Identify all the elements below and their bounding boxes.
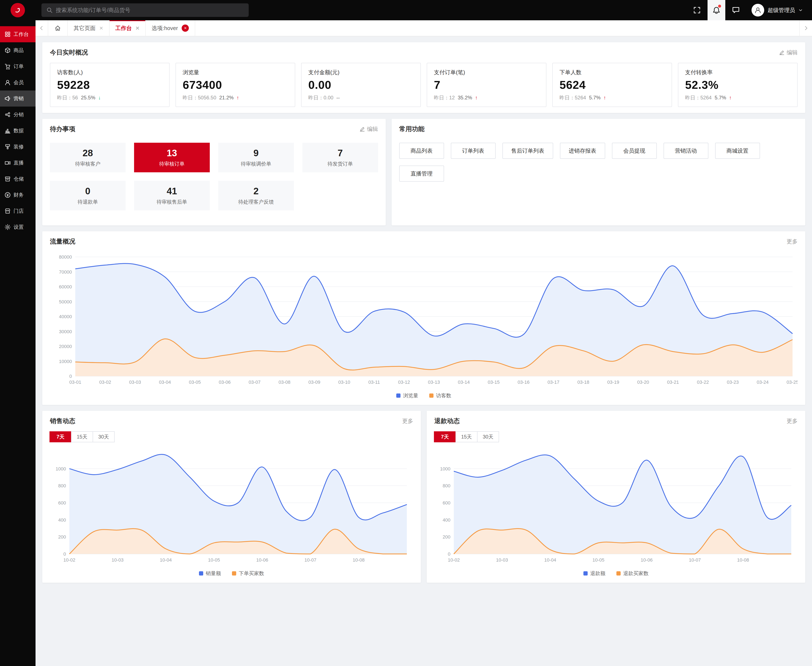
- sidebar-item-orders[interactable]: 订单: [0, 58, 36, 74]
- refund-range-tab[interactable]: 15天: [456, 431, 477, 442]
- trend-up-icon: ↑: [475, 95, 478, 101]
- quick-link[interactable]: 售后订单列表: [502, 143, 553, 159]
- search-input[interactable]: [56, 7, 244, 13]
- quick-link[interactable]: 营销活动: [663, 143, 708, 159]
- tab-close-icon[interactable]: ×: [182, 25, 189, 32]
- svg-text:03-14: 03-14: [458, 379, 470, 385]
- todo-item[interactable]: 28待审核客户: [50, 143, 125, 172]
- sidebar-item-marketing[interactable]: 营销: [0, 91, 36, 107]
- stat-yesterday: 昨日：5056.5021.2%↑: [183, 94, 288, 101]
- home-tab[interactable]: [48, 20, 68, 36]
- legend-label: 退款买家数: [623, 570, 649, 577]
- overview-edit-button[interactable]: 编辑: [779, 49, 798, 56]
- svg-text:10-04: 10-04: [544, 557, 556, 563]
- tab-label: 其它页面: [74, 25, 96, 32]
- quick-link[interactable]: 直播管理: [399, 166, 444, 181]
- app-logo[interactable]: [0, 3, 36, 17]
- stat-yesterday-value: 昨日：0.00: [308, 94, 333, 101]
- sidebar-item-warehouse[interactable]: 仓储: [0, 171, 36, 187]
- traffic-more-link[interactable]: 更多: [787, 238, 798, 245]
- legend-item[interactable]: 退款买家数: [616, 570, 649, 577]
- todo-item[interactable]: 41待审核售后单: [134, 181, 210, 210]
- stat-delta: 21.2%: [219, 95, 234, 101]
- legend-label: 下单买家数: [239, 570, 264, 577]
- tab-close-icon[interactable]: ×: [136, 25, 140, 31]
- sidebar-item-workbench[interactable]: 工作台: [0, 26, 36, 42]
- stat-card[interactable]: 浏览量673400昨日：5056.5021.2%↑: [175, 63, 295, 107]
- sidebar-item-members[interactable]: 会员: [0, 74, 36, 91]
- sales-range-tab[interactable]: 30天: [92, 431, 115, 442]
- quick-link[interactable]: 会员提现: [612, 143, 657, 159]
- tabs-scroll-left-button[interactable]: [36, 20, 48, 36]
- sales-more-link[interactable]: 更多: [402, 417, 413, 425]
- stat-card[interactable]: 支付订单(笔)7昨日：1235.2%↑: [427, 63, 546, 107]
- svg-text:0: 0: [63, 551, 66, 557]
- sidebar-item-data[interactable]: 数据: [0, 123, 36, 139]
- sidebar-item-decoration[interactable]: 装修: [0, 139, 36, 155]
- quick-actions-card: 常用功能 商品列表订单列表售后订单列表进销存报表会员提现营销活动商城设置直播管理: [392, 119, 805, 225]
- legend-item[interactable]: 下单买家数: [232, 570, 264, 577]
- todo-item[interactable]: 0待退款单: [50, 181, 125, 210]
- sidebar-item-label: 门店: [13, 208, 24, 214]
- user-menu[interactable]: 超级管理员: [751, 4, 803, 16]
- svg-text:10-08: 10-08: [737, 557, 749, 563]
- tab-item[interactable]: 工作台×: [109, 20, 146, 36]
- todo-item[interactable]: 2待处理客户反馈: [218, 181, 294, 210]
- todo-edit-button[interactable]: 编辑: [360, 125, 378, 133]
- legend-item[interactable]: 访客数: [429, 392, 451, 399]
- refund-range-tab[interactable]: 7天: [434, 431, 456, 442]
- refund-more-link[interactable]: 更多: [787, 417, 798, 425]
- messages-button[interactable]: [727, 0, 745, 20]
- sidebar-item-label: 数据: [13, 127, 24, 134]
- quick-link[interactable]: 订单列表: [451, 143, 496, 159]
- quick-link[interactable]: 进销存报表: [560, 143, 605, 159]
- todo-count: 7: [337, 148, 343, 158]
- gear-icon: [5, 224, 11, 230]
- todo-count: 28: [83, 148, 93, 158]
- sidebar-item-finance[interactable]: 财务: [0, 187, 36, 203]
- traffic-chart: 0100002000030000400005000060000700008000…: [50, 252, 798, 390]
- grid-icon: [5, 31, 11, 37]
- stat-card[interactable]: 支付转换率52.3%昨日：52645.7%↑: [678, 63, 798, 107]
- stat-card[interactable]: 访客数(人)59228昨日：5625.5%↓: [50, 63, 170, 107]
- sidebar-item-stores[interactable]: 门店: [0, 203, 36, 219]
- sidebar-item-distribution[interactable]: 分销: [0, 107, 36, 123]
- stat-yesterday: 昨日：0.00--: [308, 94, 414, 101]
- bell-icon: [713, 7, 720, 14]
- stat-label: 支付订单(笔): [434, 69, 539, 76]
- fullscreen-button[interactable]: [688, 0, 706, 20]
- stat-delta: 35.2%: [458, 95, 472, 101]
- svg-text:10-06: 10-06: [641, 557, 653, 563]
- svg-text:03-13: 03-13: [428, 379, 440, 385]
- tab-item[interactable]: 其它页面×: [68, 20, 109, 36]
- stat-card[interactable]: 下单人数5624昨日：52645.7%↑: [552, 63, 672, 107]
- sidebar-item-label: 设置: [13, 224, 24, 231]
- refund-range-tab[interactable]: 30天: [477, 431, 499, 442]
- stat-value: 0.00: [308, 78, 414, 91]
- legend-item[interactable]: 销量额: [199, 570, 221, 577]
- stat-value: 59228: [57, 78, 162, 91]
- tabs-scroll-right-button[interactable]: [799, 20, 812, 36]
- stat-card[interactable]: 支付金额(元)0.00昨日：0.00--: [301, 63, 421, 107]
- tab-item[interactable]: 选项:hover×: [146, 20, 195, 36]
- global-search[interactable]: [41, 3, 249, 17]
- stat-label: 支付转换率: [685, 69, 791, 76]
- todo-item[interactable]: 13待审核订单: [134, 143, 210, 172]
- todo-item[interactable]: 7待发货订单: [302, 143, 378, 172]
- legend-item[interactable]: 退款额: [583, 570, 606, 577]
- notifications-button[interactable]: [708, 0, 725, 20]
- sidebar-item-goods[interactable]: 商品: [0, 42, 36, 58]
- trend-up-icon: ↑: [604, 95, 606, 101]
- quick-link[interactable]: 商城设置: [715, 143, 760, 159]
- tab-label: 选项:hover: [152, 25, 178, 32]
- svg-text:10-07: 10-07: [689, 557, 701, 563]
- sales-range-tab[interactable]: 7天: [50, 431, 71, 442]
- todo-item[interactable]: 9待审核调价单: [218, 143, 294, 172]
- svg-text:10-07: 10-07: [305, 557, 316, 563]
- tab-close-icon[interactable]: ×: [99, 25, 103, 31]
- sidebar-item-live[interactable]: 直播: [0, 155, 36, 171]
- sidebar-item-settings[interactable]: 设置: [0, 219, 36, 235]
- legend-item[interactable]: 浏览量: [396, 392, 418, 399]
- sales-range-tab[interactable]: 15天: [71, 431, 93, 442]
- quick-link[interactable]: 商品列表: [399, 143, 444, 159]
